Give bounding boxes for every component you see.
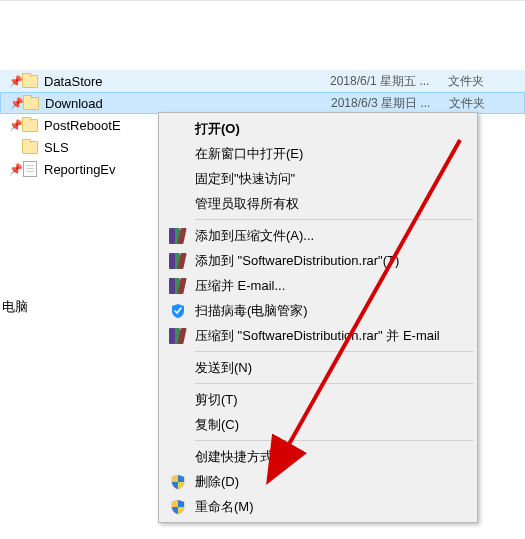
folder-icon (20, 119, 40, 132)
file-name: Download (41, 96, 331, 111)
menu-separator (195, 383, 473, 384)
file-date: 2018/6/1 星期五 ... (330, 73, 448, 90)
menu-separator (195, 351, 473, 352)
uac-shield-icon (167, 473, 189, 491)
file-type: 文件夹 (449, 95, 509, 112)
menu-rename[interactable]: 重命名(M) (161, 494, 475, 519)
winrar-icon (167, 227, 189, 245)
menu-scan-virus[interactable]: 扫描病毒(电脑管家) (161, 298, 475, 323)
file-type: 文件夹 (448, 73, 508, 90)
winrar-icon (167, 327, 189, 345)
folder-icon (20, 141, 40, 154)
menu-separator (195, 440, 473, 441)
winrar-icon (167, 277, 189, 295)
menu-send-to[interactable]: 发送到(N) (161, 355, 475, 380)
file-name: DataStore (40, 74, 330, 89)
winrar-icon (167, 252, 189, 270)
menu-separator (195, 219, 473, 220)
context-menu: 打开(O) 在新窗口中打开(E) 固定到"快速访问" 管理员取得所有权 添加到压… (158, 112, 478, 523)
menu-open[interactable]: 打开(O) (161, 116, 475, 141)
sidebar-label: 电脑 (2, 298, 28, 316)
menu-admin-perm[interactable]: 管理员取得所有权 (161, 191, 475, 216)
menu-compress-email[interactable]: 压缩并 E-mail... (161, 273, 475, 298)
menu-add-to-rar[interactable]: 添加到 "SoftwareDistribution.rar"(T) (161, 248, 475, 273)
shield-icon (167, 302, 189, 320)
menu-add-archive[interactable]: 添加到压缩文件(A)... (161, 223, 475, 248)
menu-copy[interactable]: 复制(C) (161, 412, 475, 437)
file-icon (20, 161, 40, 177)
uac-shield-icon (167, 498, 189, 516)
file-date: 2018/6/3 星期日 ... (331, 95, 449, 112)
menu-open-new-window[interactable]: 在新窗口中打开(E) (161, 141, 475, 166)
menu-cut[interactable]: 剪切(T) (161, 387, 475, 412)
menu-create-shortcut[interactable]: 创建快捷方式(S) (161, 444, 475, 469)
folder-icon (21, 97, 41, 110)
file-row[interactable]: 📌 DataStore 2018/6/1 星期五 ... 文件夹 (0, 70, 525, 92)
menu-delete[interactable]: 删除(D) (161, 469, 475, 494)
folder-icon (20, 75, 40, 88)
menu-compress-rar-email[interactable]: 压缩到 "SoftwareDistribution.rar" 并 E-mail (161, 323, 475, 348)
menu-pin-quick-access[interactable]: 固定到"快速访问" (161, 166, 475, 191)
file-row[interactable]: 📌 Download 2018/6/3 星期日 ... 文件夹 (0, 92, 525, 114)
